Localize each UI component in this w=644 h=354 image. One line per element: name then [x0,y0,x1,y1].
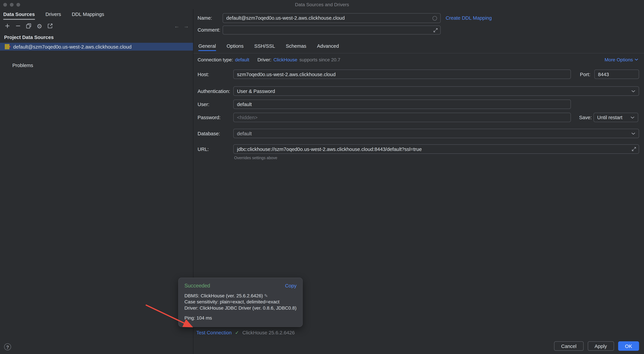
authentication-row: Authentication: User & Password [194,86,644,96]
add-data-source-button[interactable] [4,23,10,29]
save-combo[interactable]: Until restart [594,113,638,122]
forward-arrow-icon[interactable]: → [184,23,189,29]
driver-note: supports since 20.7 [299,57,340,62]
tab-data-sources[interactable]: Data Sources [3,12,35,17]
tab-schemas[interactable]: Schemas [286,41,306,51]
connection-type-link[interactable]: default [235,57,249,62]
url-override-note: Overrides settings above [234,155,277,160]
save-label: Save: [579,114,592,120]
window-titlebar: Data Sources and Drivers [0,0,644,9]
url-label: URL: [198,146,233,152]
save-value: Until restart [597,114,622,120]
cancel-button[interactable]: Cancel [554,341,584,351]
name-progress-indicator-icon [432,16,437,20]
gear-icon[interactable]: ⚙ [36,23,43,29]
port-field [594,69,639,79]
remove-data-source-button[interactable] [15,23,21,29]
test-connection-result-popup: Succeeded Copy DBMS: ClickHouse (ver. 25… [178,278,303,327]
ping-line: Ping: 104 ms [184,315,296,320]
ok-button[interactable]: OK [618,341,639,351]
case-sensitivity-line: Case sensitivity: plain=exact, delimited… [184,299,296,305]
test-connection-link[interactable]: Test Connection [196,330,232,335]
port-label: Port: [580,71,592,77]
window-title: Data Sources and Drivers [0,0,644,9]
window-minimize-button[interactable] [10,3,14,7]
user-field [233,99,571,109]
back-arrow-icon[interactable]: ← [174,23,180,29]
edit-pencil-icon[interactable]: ✎ [264,293,268,298]
tab-general[interactable]: General [198,41,216,51]
authentication-value: User & Password [237,88,275,94]
problems-section[interactable]: Problems [12,63,33,68]
expand-field-icon[interactable] [632,147,636,151]
host-row: Host: Port: [194,69,644,79]
data-sources-dialog: Data Sources and Drivers Data Sources Dr… [0,0,644,354]
expand-field-icon[interactable] [433,28,438,32]
chevron-down-icon [631,132,635,135]
comment-field [222,26,441,35]
duplicate-icon[interactable] [26,23,32,29]
user-label: User: [198,101,233,107]
popup-header: Succeeded Copy [184,283,296,289]
driver-link[interactable]: ClickHouse [274,57,297,62]
test-connection-row: Test Connection ✓ ClickHouse 25.6.2.6426 [196,329,295,336]
settings-tabs: General Options SSH/SSL Schemas Advanced [194,41,644,51]
tab-ssh-ssl[interactable]: SSH/SSL [254,41,275,51]
connection-type-label: Connection type: [198,57,233,62]
data-source-tree-item-selected[interactable]: default@szm7oqed0o.us-west-2.aws.clickho… [0,43,193,50]
port-input[interactable] [595,71,639,77]
database-combo[interactable]: default [233,129,639,138]
url-input[interactable] [234,146,632,152]
connection-status-text: ClickHouse 25.6.2.6426 [242,330,295,335]
user-row: User: [194,99,644,109]
window-close-button[interactable] [3,3,7,7]
authentication-combo[interactable]: User & Password [233,86,639,96]
help-icon[interactable]: ? [4,343,11,350]
password-row: Password: Save: Until restart [194,113,644,122]
password-label: Password: [198,114,233,120]
tabs-separator [194,53,644,54]
connection-type-row: Connection type: default Driver: ClickHo… [194,56,644,63]
host-field [233,69,571,79]
name-input[interactable] [223,15,432,21]
comment-label: Comment: [198,27,222,33]
project-data-sources-heading: Project Data Sources [4,35,54,40]
name-label: Name: [198,15,222,21]
apply-button[interactable]: Apply [588,341,614,351]
data-source-name: default@szm7oqed0o.us-west-2.aws.clickho… [13,44,132,50]
host-input[interactable] [234,71,570,77]
url-row: URL: [194,144,644,154]
open-in-new-window-icon[interactable] [47,23,54,29]
history-nav: ← → [174,23,189,29]
copy-link[interactable]: Copy [285,283,297,289]
database-label: Database: [198,131,233,136]
comment-input[interactable] [223,27,433,33]
left-panel-tabs: Data Sources Drivers DDL Mappings [0,9,193,20]
tab-ddl-mappings[interactable]: DDL Mappings [72,12,104,17]
chevron-down-icon [630,116,634,119]
connection-result-status: Succeeded [184,283,210,289]
user-input[interactable] [234,101,570,107]
password-field [233,113,571,122]
tab-advanced[interactable]: Advanced [317,41,339,51]
authentication-label: Authentication: [198,88,233,94]
dialog-buttons: Cancel Apply OK [554,341,639,351]
host-label: Host: [198,71,233,77]
left-panel: Data Sources Drivers DDL Mappings ⚙ ← → [0,9,193,354]
data-source-toolbar: ⚙ ← → [0,21,193,31]
tab-drivers[interactable]: Drivers [46,12,61,17]
comment-row: Comment: [194,26,644,35]
password-input[interactable] [234,114,570,120]
create-ddl-mapping-link[interactable]: Create DDL Mapping [446,15,492,21]
name-field [222,13,441,23]
database-value: default [237,131,252,136]
driver-line: Driver: ClickHouse JDBC Driver (ver. 0.8… [184,305,296,311]
clickhouse-icon [5,44,10,49]
more-options-link[interactable]: More Options [604,57,638,62]
database-row: Database: default [194,129,644,138]
tab-options[interactable]: Options [227,41,244,51]
url-field [233,144,639,154]
dbms-line: DBMS: ClickHouse (ver. 25.6.2.6426)✎ [184,293,296,299]
success-check-icon: ✓ [235,330,239,335]
window-zoom-button[interactable] [16,3,20,7]
